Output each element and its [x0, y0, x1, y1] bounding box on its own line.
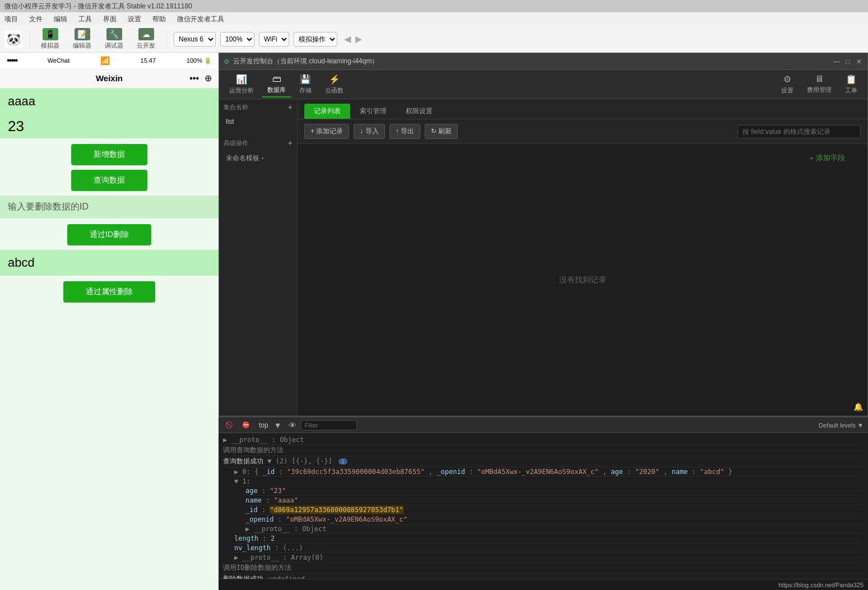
proto3-text: __proto__ : Array(0) [242, 554, 323, 561]
database-icon: 🗃 [272, 74, 281, 84]
delete-by-id-btn-wrapper: 通过ID删除 [0, 224, 219, 245]
console-clear-btn[interactable]: 🚫 [223, 420, 235, 430]
expand-proto[interactable]: ▶ [223, 436, 227, 444]
billing-btn[interactable]: 🖥 费用管理 [801, 72, 837, 97]
length-key: length [234, 535, 258, 542]
next-btn[interactable]: ▶ [355, 34, 362, 44]
export-btn[interactable]: ↑ 导出 [389, 124, 420, 139]
storage-btn[interactable]: 💾 存储 [294, 72, 317, 97]
cloud-sidebar: 集合名称 + list 高级操作 + 未命名模板 • [219, 99, 298, 416]
delete-by-id-btn[interactable]: 通过ID删除 [67, 224, 151, 245]
toolbar-simulator-btn[interactable]: 📱 模拟器 [36, 26, 64, 52]
time-display: 15.47 [141, 57, 156, 64]
expand-proto2[interactable]: ▶ [245, 525, 249, 533]
tab-record-list[interactable]: 记录列表 [304, 104, 350, 119]
item0-colon2: : [469, 468, 477, 476]
delete-by-prop-btn[interactable]: 通过属性删除 [63, 281, 155, 303]
more-icon[interactable]: ••• [189, 73, 199, 83]
method2-text: 调用ID删除数据的方法 [223, 564, 291, 572]
settings-btn[interactable]: ⚙ 设置 [776, 72, 799, 97]
console-toolbar: 🚫 ⛔ top ▼ 👁 Default levels ▼ [219, 417, 868, 433]
storage-icon: 💾 [300, 74, 311, 85]
collection-list-name: list [226, 118, 234, 126]
add-record-btn[interactable]: + 添加记录 [304, 124, 349, 139]
export-label: ↑ 导出 [396, 127, 414, 136]
item0-id-key: _id [263, 468, 275, 476]
add-field-label: 添加字段 [816, 153, 845, 163]
add-collection-btn[interactable]: + [288, 103, 293, 112]
tab-index-mgmt[interactable]: 索引管理 [350, 104, 396, 119]
ticket-btn[interactable]: 📋 工单 [839, 72, 863, 97]
text-abcd-value: abcd [8, 255, 35, 270]
mode-select[interactable]: 模拟操作 [294, 32, 337, 47]
close-btn[interactable]: ✕ [855, 58, 863, 66]
console-eye-icon[interactable]: 👁 [289, 421, 296, 430]
expand-query[interactable]: ▼ (2) [{-}, {-}] [267, 457, 332, 465]
camera-icon[interactable]: ⊕ [205, 73, 212, 83]
toolbar-editor-btn[interactable]: 📝 编辑器 [68, 26, 96, 52]
query-data-btn[interactable]: 查询数据 [71, 170, 147, 191]
editor-label: 编辑器 [73, 41, 91, 50]
console-line-method1: 调用查询数据的方法 [223, 445, 864, 456]
console-level[interactable]: Default levels ▼ [819, 422, 864, 429]
tab-index-label: 索引管理 [360, 107, 387, 115]
zoom-select[interactable]: 100% [220, 32, 254, 47]
database-btn[interactable]: 🗃 数据库 [262, 72, 291, 97]
billing-icon: 🖥 [815, 74, 824, 84]
text-abcd: abcd [0, 250, 219, 276]
menu-settings[interactable]: 设置 [126, 13, 143, 25]
analytics-btn[interactable]: 📊 运营分析 [224, 72, 259, 97]
settings-icon: ⚙ [783, 74, 791, 85]
console-filter-input[interactable] [301, 420, 357, 430]
sidebar-list-item[interactable]: list [219, 115, 297, 128]
console-id-line: _id : "d869a12957a3368000885927053d7b1" [245, 505, 864, 515]
menu-edit[interactable]: 编辑 [52, 13, 69, 25]
add-data-btn[interactable]: 新增数据 [71, 144, 147, 165]
refresh-btn[interactable]: ↻ 刷新 [425, 124, 458, 139]
notification-bell[interactable]: 🔔 [853, 402, 863, 411]
add-field-btn[interactable]: + 添加字段 [809, 153, 845, 163]
menu-wechat-dev[interactable]: 微信开发者工具 [175, 13, 226, 25]
record-search-input[interactable] [737, 125, 861, 138]
device-select[interactable]: Nexus 6 [174, 32, 216, 47]
console-line-item0: ▶ 0: { _id : "39c69dcc5f3a3359000004d03e… [234, 467, 864, 477]
expand-proto3[interactable]: ▶ [234, 554, 238, 561]
storage-label: 存储 [299, 86, 312, 95]
item0-comma2: , [603, 468, 611, 476]
cloud-action-bar: + 添加记录 ↓ 导入 ↑ 导出 ↻ 刷新 [298, 119, 867, 144]
maximize-btn[interactable]: □ [844, 58, 852, 66]
console-pause-btn[interactable]: ⛔ [240, 420, 252, 430]
phone-status-bar: ••••• WeChat 📶 15.47 100% 🔋 [0, 53, 219, 68]
text-aaaa: aaaa [0, 89, 219, 114]
sidebar-template-item[interactable]: 未命名模板 • [219, 151, 297, 166]
console-dropdown-icon[interactable]: ▼ [274, 421, 282, 430]
item0-name-key: name [671, 468, 688, 476]
cloud-tabs: 记录列表 索引管理 权限设置 [298, 99, 867, 119]
menu-interface[interactable]: 界面 [101, 13, 119, 25]
prev-btn[interactable]: ◀ [344, 34, 351, 44]
expand-item1[interactable]: ▼ [234, 477, 238, 485]
console-line-method2: 调用ID删除数据的方法 [223, 563, 864, 574]
name-val: "aaaa" [274, 496, 298, 504]
id-val: "d869a12957a3368000885927053d7b1" [270, 506, 403, 514]
toolbar-cloud-btn[interactable]: ☁ 云开发 [132, 26, 160, 52]
menu-help[interactable]: 帮助 [150, 13, 168, 25]
menu-tools[interactable]: 工具 [76, 13, 94, 25]
battery-display: 100% 🔋 [187, 57, 212, 64]
menu-project[interactable]: 项目 [2, 13, 20, 25]
tab-permission[interactable]: 权限设置 [396, 104, 442, 119]
menu-file[interactable]: 文件 [27, 13, 45, 25]
delete-id-input-area[interactable]: 输入要删除数据的ID [0, 196, 219, 219]
cloud-func-btn[interactable]: ⚡ 云函数 [319, 72, 349, 97]
toolbar-debugger-btn[interactable]: 🔧 调试器 [100, 26, 128, 52]
minimize-btn[interactable]: — [833, 58, 841, 66]
phone-nav-bar: Weixin ••• ⊕ [0, 68, 219, 89]
expand-item0[interactable]: ▶ [234, 468, 238, 476]
import-btn[interactable]: ↓ 导入 [354, 124, 384, 139]
network-select[interactable]: WiFi [259, 32, 289, 47]
cloud-title: 云开发控制台（当前环境 cloud-learning-i44qm） [233, 57, 378, 66]
add-advanced-btn[interactable]: + [288, 138, 293, 147]
collection-label: 集合名称 [224, 103, 248, 112]
simulator-icon: 📱 [43, 28, 58, 40]
billing-label: 费用管理 [807, 86, 832, 94]
